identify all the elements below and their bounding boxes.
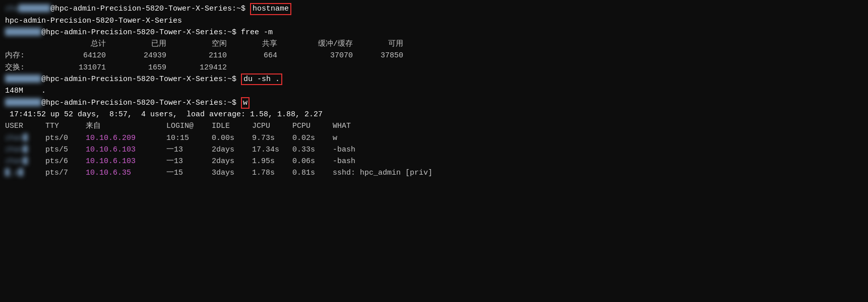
wr4-idle: 3days [212, 167, 252, 179]
wth-user: USER [5, 120, 45, 132]
wr3-user: zhan█ [5, 156, 45, 167]
w-row-3: zhan█ pts/6 10.10.6.103 一13 2days 1.95s … [5, 156, 863, 167]
wr3-what: -bash [333, 156, 355, 167]
wr2-what: -bash [333, 144, 355, 156]
wr1-login: 10:15 [166, 132, 212, 144]
mem-total: 64120 [45, 50, 106, 61]
line-du-cmd: ████████@hpc-admin-Precision-5820-Tower-… [5, 73, 863, 86]
th-shared: 共享 [227, 38, 277, 50]
prompt-blurred-1: zha███████ [5, 3, 50, 15]
w-row-1: zhan█ pts/0 10.10.6.209 10:15 0.00s 9.73… [5, 132, 863, 144]
mem-used: 24939 [106, 50, 166, 61]
free-swap-row: 交换: 131071 1659 129412 [5, 62, 863, 73]
wr1-tty: pts/0 [45, 132, 86, 144]
wr4-tty: pts/7 [45, 167, 86, 179]
line-free-cmd: ████████@hpc-admin-Precision-5820-Tower-… [5, 27, 863, 38]
wr4-login: 一15 [166, 167, 212, 179]
th-avail: 可用 [353, 38, 403, 50]
wr4-what: sshd: hpc_admin [priv] [333, 167, 432, 179]
mem-free: 2110 [166, 50, 227, 61]
wth-idle: IDLE [212, 120, 252, 132]
w-table-header: USER TTY 来自 LOGIN@ IDLE JCPU PCPU WHAT [5, 120, 863, 132]
line-hostname-output: hpc-admin-Precision-5820-Tower-X-Series [5, 15, 863, 27]
wr1-jcpu: 9.73s [252, 132, 292, 144]
prompt-2: @hpc-admin-Precision-5820-Tower-X-Series… [41, 27, 241, 38]
mem-shared: 664 [227, 50, 277, 61]
free-table-header: 总计 已用 空闲 共享 缓冲/缓存 可用 [5, 38, 863, 50]
w-uptime: 17:41:52 up 52 days, 8:57, 4 users, load… [5, 109, 323, 120]
w-row-4: █_a█ pts/7 10.10.6.35 一15 3days 1.78s 0.… [5, 167, 863, 179]
hostname-cmd-highlight: hostname [250, 3, 291, 15]
terminal: zha███████@hpc-admin-Precision-5820-Towe… [5, 3, 863, 179]
wr2-from: 10.10.6.103 [86, 144, 166, 156]
wr2-user: zhan█ [5, 144, 45, 156]
wr3-jcpu: 1.95s [252, 156, 292, 167]
line-du-output: 148M . [5, 85, 863, 97]
wr3-from: 10.10.6.103 [86, 156, 166, 167]
wr4-pcpu: 0.81s [292, 167, 333, 179]
wr2-login: 一13 [166, 144, 212, 156]
wr4-jcpu: 1.78s [252, 167, 292, 179]
wr2-jcpu: 17.34s [252, 144, 292, 156]
wr1-idle: 0.00s [212, 132, 252, 144]
wth-pcpu: PCPU [292, 120, 333, 132]
wth-jcpu: JCPU [252, 120, 292, 132]
hostname-output: hpc-admin-Precision-5820-Tower-X-Series [5, 15, 182, 27]
swap-free: 129412 [166, 62, 227, 73]
wr2-tty: pts/5 [45, 144, 86, 156]
wth-tty: TTY [45, 120, 86, 132]
prompt-blurred-2: ████████ [5, 27, 41, 38]
line-w-uptime: 17:41:52 up 52 days, 8:57, 4 users, load… [5, 109, 863, 120]
th-used: 已用 [106, 38, 166, 50]
wr3-pcpu: 0.06s [292, 156, 333, 167]
wr3-idle: 2days [212, 156, 252, 167]
wr1-what: w [333, 132, 337, 144]
wr2-idle: 2days [212, 144, 252, 156]
wth-what: WHAT [333, 120, 351, 132]
th-total: 总计 [45, 38, 106, 50]
du-output: 148M . [5, 85, 46, 97]
w-row-2: zhan█ pts/5 10.10.6.103 一13 2days 17.34s… [5, 144, 863, 156]
free-mem-row: 内存: 64120 24939 2110 664 37070 37850 [5, 50, 863, 61]
mem-avail: 37850 [353, 50, 403, 61]
wth-from: 来自 [86, 120, 166, 132]
wr1-pcpu: 0.02s [292, 132, 333, 144]
prompt-blurred-4: ████████ [5, 97, 41, 109]
wr4-from: 10.10.6.35 [86, 167, 166, 179]
wth-login: LOGIN@ [166, 120, 212, 132]
wr1-user: zhan█ [5, 132, 45, 144]
wr2-pcpu: 0.33s [292, 144, 333, 156]
mem-buff: 37070 [277, 50, 353, 61]
w-cmd-highlight: w [241, 97, 250, 109]
prompt-1: @hpc-admin-Precision-5820-Tower-X-Series… [50, 3, 250, 15]
wr3-login: 一13 [166, 156, 212, 167]
mem-label: 内存: [5, 50, 45, 61]
swap-total: 131071 [45, 62, 106, 73]
prompt-4: @hpc-admin-Precision-5820-Tower-X-Series… [41, 97, 241, 109]
wr4-user: █_a█ [5, 167, 45, 179]
du-cmd-highlight: du -sh . [241, 73, 282, 86]
wr1-from: 10.10.6.209 [86, 132, 166, 144]
free-cmd: free -m [241, 27, 273, 38]
swap-used: 1659 [106, 62, 166, 73]
prompt-blurred-3: ████████ [5, 73, 41, 85]
prompt-3: @hpc-admin-Precision-5820-Tower-X-Series… [41, 73, 241, 85]
line-hostname-cmd: zha███████@hpc-admin-Precision-5820-Towe… [5, 3, 863, 15]
line-w-cmd: ████████@hpc-admin-Precision-5820-Tower-… [5, 97, 863, 109]
th-free: 空闲 [166, 38, 227, 50]
wr3-tty: pts/6 [45, 156, 86, 167]
swap-label: 交换: [5, 62, 45, 73]
th-buff: 缓冲/缓存 [277, 38, 353, 50]
